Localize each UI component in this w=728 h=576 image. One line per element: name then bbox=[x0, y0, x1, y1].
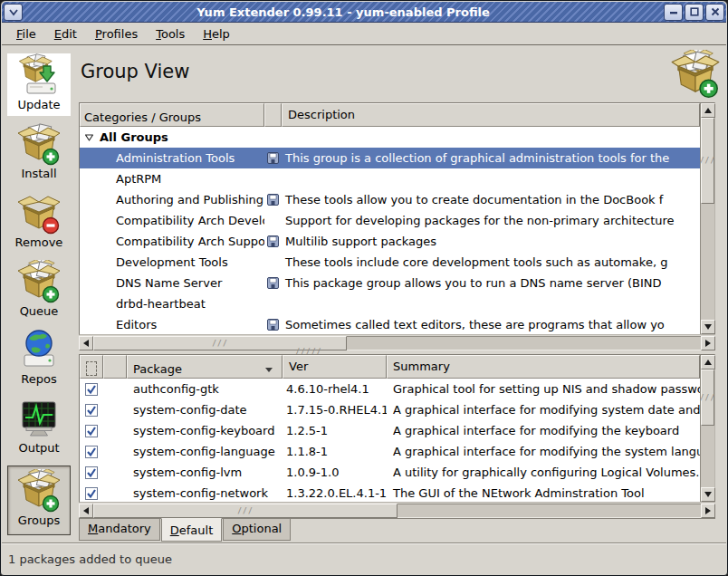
sidebar-item-label: Remove bbox=[15, 235, 63, 249]
scroll-down-button[interactable] bbox=[701, 487, 715, 502]
group-row[interactable]: Editors Sometimes called text editors, t… bbox=[80, 314, 700, 334]
group-row[interactable]: drbd-heartbeat bbox=[80, 293, 700, 314]
scroll-right-button[interactable] bbox=[701, 336, 715, 350]
output-icon bbox=[17, 397, 61, 440]
pane-splitter[interactable]: ///// bbox=[273, 348, 345, 354]
group-description: Support for developing packages for the … bbox=[282, 214, 700, 227]
package-version: 1.0.9-1.0 bbox=[283, 466, 387, 479]
group-row[interactable]: AptRPM bbox=[80, 168, 700, 189]
group-table-vscrollbar[interactable]: /// bbox=[700, 103, 714, 334]
maximize-button[interactable] bbox=[685, 4, 704, 21]
group-row[interactable]: DNS Name Server This package group allow… bbox=[80, 273, 700, 293]
menu-file[interactable]: File bbox=[7, 24, 45, 43]
package-checkbox[interactable] bbox=[80, 446, 103, 458]
group-row[interactable]: Compatibility Arch Support Multilib supp… bbox=[80, 231, 700, 252]
grip-icon: /// bbox=[700, 157, 715, 165]
scroll-track[interactable]: /// bbox=[93, 504, 701, 518]
package-row[interactable]: authconfig-gtk 4.6.10-rhel4.1 Graphical … bbox=[80, 379, 700, 399]
group-label: Compatibility Arch Support bbox=[116, 235, 264, 248]
scroll-right-button[interactable] bbox=[701, 504, 715, 518]
sidebar-item-repos[interactable]: Repos bbox=[7, 328, 71, 390]
tab-mandatory[interactable]: Mandatory bbox=[79, 519, 160, 541]
column-header-package[interactable]: Package bbox=[127, 355, 283, 379]
package-checkbox[interactable] bbox=[80, 425, 103, 437]
scroll-thumb[interactable]: /// bbox=[701, 370, 714, 426]
scroll-down-button[interactable] bbox=[701, 320, 715, 334]
expander-icon[interactable] bbox=[84, 132, 94, 142]
package-row[interactable]: system-config-keyboard 1.2.5-1 A graphic… bbox=[80, 420, 700, 441]
scroll-track[interactable]: /// bbox=[93, 336, 701, 350]
package-row[interactable]: system-config-lvm 1.0.9-1.0 A utility fo… bbox=[80, 462, 700, 483]
titlebar[interactable]: Yum Extender 0.99.11 - yum-enabled Profi… bbox=[2, 2, 726, 23]
package-checkbox[interactable] bbox=[80, 466, 103, 479]
menu-profiles[interactable]: Profiles bbox=[86, 24, 147, 43]
grip-icon: /// bbox=[212, 340, 227, 348]
package-table-header: Package Ver Summary bbox=[80, 355, 700, 379]
column-header-description[interactable]: Description bbox=[282, 103, 700, 127]
column-header-ver[interactable]: Ver bbox=[283, 355, 387, 379]
groups-icon bbox=[17, 469, 61, 513]
group-table-body: All Groups Administration Tools This gro… bbox=[80, 127, 700, 334]
scroll-left-button[interactable] bbox=[79, 504, 93, 518]
package-row[interactable]: system-config-date 1.7.15-0.RHEL4.1 A gr… bbox=[80, 399, 700, 420]
grip-icon: /// bbox=[700, 394, 715, 402]
sidebar-item-label: Install bbox=[21, 167, 56, 180]
arrow-down-icon bbox=[704, 324, 712, 330]
sidebar-item-groups[interactable]: Groups bbox=[7, 466, 71, 535]
group-row[interactable]: Compatibility Arch Development Support S… bbox=[80, 210, 700, 231]
group-table-hscrollbar[interactable]: /// bbox=[79, 336, 715, 350]
arrow-down-icon bbox=[704, 492, 712, 497]
arrow-up-icon bbox=[704, 360, 712, 365]
package-table: Package Ver Summary authconfig-gtk 4.6.1… bbox=[79, 354, 715, 503]
group-row[interactable]: Administration Tools This group is a col… bbox=[80, 148, 700, 168]
scroll-thumb[interactable]: /// bbox=[93, 504, 398, 518]
menubar: FileEditProfilesToolsHelp bbox=[2, 23, 726, 45]
group-row[interactable]: All Groups bbox=[80, 127, 700, 148]
scroll-track[interactable]: /// bbox=[701, 118, 714, 320]
tab-default[interactable]: Default bbox=[161, 518, 223, 542]
page-title: Group View bbox=[81, 61, 189, 82]
package-group-icon bbox=[264, 319, 282, 331]
package-checkbox[interactable] bbox=[80, 404, 103, 417]
package-table-vscrollbar[interactable]: /// bbox=[700, 355, 714, 502]
close-button[interactable] bbox=[705, 4, 724, 21]
menu-edit[interactable]: Edit bbox=[45, 24, 86, 43]
sidebar-item-update[interactable]: Update bbox=[7, 53, 71, 116]
scroll-thumb[interactable]: /// bbox=[701, 118, 714, 204]
scroll-up-button[interactable] bbox=[701, 103, 715, 118]
scroll-up-button[interactable] bbox=[701, 355, 715, 370]
column-header-icon[interactable] bbox=[103, 355, 127, 379]
group-label: DNS Name Server bbox=[116, 276, 222, 290]
sidebar-item-label: Output bbox=[18, 441, 59, 455]
package-row[interactable]: system-config-network 1.3.22.0.EL.4.1-1 … bbox=[80, 483, 700, 502]
sidebar-item-queue[interactable]: Queue bbox=[7, 260, 71, 322]
package-table-hscrollbar[interactable]: /// bbox=[79, 504, 715, 518]
select-all-box bbox=[86, 361, 97, 376]
sidebar-item-output[interactable]: Output bbox=[7, 397, 71, 459]
minimize-button[interactable] bbox=[664, 4, 683, 21]
scroll-left-button[interactable] bbox=[79, 336, 93, 350]
package-group-icon bbox=[264, 152, 282, 164]
group-row[interactable]: Authoring and Publishing These tools all… bbox=[80, 189, 700, 210]
group-label: AptRPM bbox=[116, 172, 161, 186]
column-header-categories[interactable]: Categories / Groups bbox=[80, 103, 264, 127]
sidebar-item-install[interactable]: Install bbox=[7, 122, 71, 185]
package-checkbox[interactable] bbox=[80, 383, 103, 396]
column-header-checkbox[interactable] bbox=[80, 355, 103, 379]
menu-tools[interactable]: Tools bbox=[147, 24, 194, 43]
column-header-icon[interactable] bbox=[264, 103, 282, 127]
group-label: Development Tools bbox=[116, 255, 228, 269]
package-table-body: authconfig-gtk 4.6.10-rhel4.1 Graphical … bbox=[80, 379, 700, 502]
group-row[interactable]: Development Tools These tools include co… bbox=[80, 252, 700, 273]
column-header-summary[interactable]: Summary bbox=[387, 355, 700, 379]
menu-help[interactable]: Help bbox=[194, 24, 239, 43]
sidebar-item-remove[interactable]: Remove bbox=[7, 191, 71, 254]
package-checkbox[interactable] bbox=[80, 487, 103, 500]
close-icon bbox=[711, 5, 720, 19]
tab-optional[interactable]: Optional bbox=[223, 519, 291, 541]
window-menu-button[interactable] bbox=[4, 4, 23, 21]
package-row[interactable]: system-config-language 1.1.8-1 A graphic… bbox=[80, 441, 700, 462]
scroll-track[interactable]: /// bbox=[701, 370, 714, 487]
package-summary: A utility for graphically configuring Lo… bbox=[387, 466, 700, 479]
group-label: All Groups bbox=[100, 130, 168, 144]
